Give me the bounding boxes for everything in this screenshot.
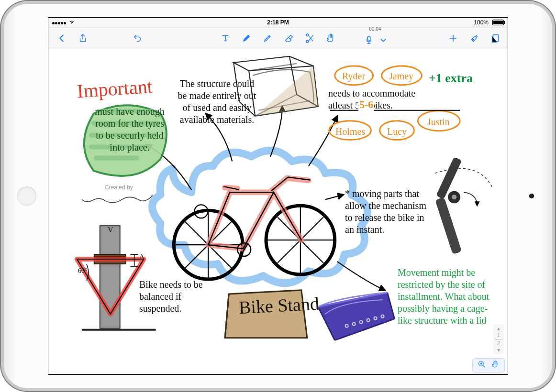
status-bar: 2:18 PM 100% (48, 18, 508, 28)
mic-group: 00.04 (361, 27, 389, 50)
svg-line-18 (278, 240, 300, 263)
mic-button[interactable] (361, 31, 377, 50)
name-jamey: Jamey (389, 70, 413, 82)
note-count-highlight: 5-6 (358, 98, 374, 111)
pan-hand-button[interactable] (491, 360, 500, 370)
hand-tool[interactable] (320, 29, 341, 48)
zoom-in-button[interactable] (478, 360, 486, 370)
note-moving: * moving parts that allow the mechanism … (345, 188, 429, 236)
page-divider (495, 339, 502, 339)
wifi-icon (68, 19, 75, 27)
back-button[interactable] (51, 29, 72, 48)
undo-button[interactable] (127, 29, 148, 48)
screen: 2:18 PM 100% (48, 17, 508, 375)
note-balance: Bike needs to be balanced if suspended. (139, 279, 216, 315)
device-home-button (17, 186, 36, 206)
signal-dots-icon (52, 19, 67, 26)
pen-tool[interactable] (236, 29, 257, 48)
settings-button[interactable] (464, 29, 485, 48)
eraser-tool[interactable] (278, 29, 299, 48)
note-movement: Movement might be restricted by the site… (398, 267, 498, 327)
page-indicator[interactable]: ▴ 1 2 ▾ (493, 324, 504, 354)
svg-line-52 (483, 365, 485, 367)
svg-point-0 (472, 39, 474, 40)
svg-line-17 (300, 240, 323, 263)
zoom-pan-pill (472, 358, 505, 372)
toolbar: 00.04 (48, 28, 508, 49)
name-lucy: Lucy (387, 126, 407, 138)
page-down-icon[interactable]: ▾ (497, 347, 500, 353)
note-v: V (108, 225, 113, 235)
name-ryder: Ryder (342, 70, 365, 82)
note-structure: The structure could be made entirely out… (175, 78, 259, 126)
note-angle: 60° (78, 267, 88, 275)
clock: 2:18 PM (267, 19, 289, 26)
text-tool[interactable] (215, 29, 236, 48)
page-total: 2 (497, 340, 500, 347)
svg-line-8 (184, 221, 208, 245)
page-current: 1 (497, 332, 500, 338)
name-justin: Justin (427, 116, 450, 128)
add-button[interactable] (443, 29, 464, 48)
share-button[interactable] (72, 29, 93, 48)
svg-line-19 (300, 217, 323, 240)
note-delta: Δ (139, 252, 144, 262)
svg-rect-35 (435, 197, 462, 254)
device-camera (529, 194, 534, 198)
highlighter-tool[interactable] (257, 29, 278, 48)
battery-icon (490, 20, 504, 25)
card-title: Bike Stand (238, 295, 319, 316)
scissors-tool[interactable] (299, 29, 320, 48)
svg-point-37 (452, 195, 456, 199)
mic-dropdown[interactable] (377, 31, 389, 50)
battery-percent: 100% (474, 19, 489, 26)
note-important-body: must have enough room for the tyres to b… (94, 106, 166, 153)
page-up-icon[interactable]: ▴ (497, 325, 500, 332)
note-extra: +1 extra (429, 71, 473, 87)
credit-label: Created by (105, 184, 133, 191)
canvas[interactable]: Important must have enough room for the … (48, 49, 508, 374)
pages-button[interactable] (485, 29, 506, 48)
note-accommodate: needs to accommodate atleast 5-6 bikes. (328, 87, 429, 111)
name-holmes: Holmes (335, 126, 365, 138)
